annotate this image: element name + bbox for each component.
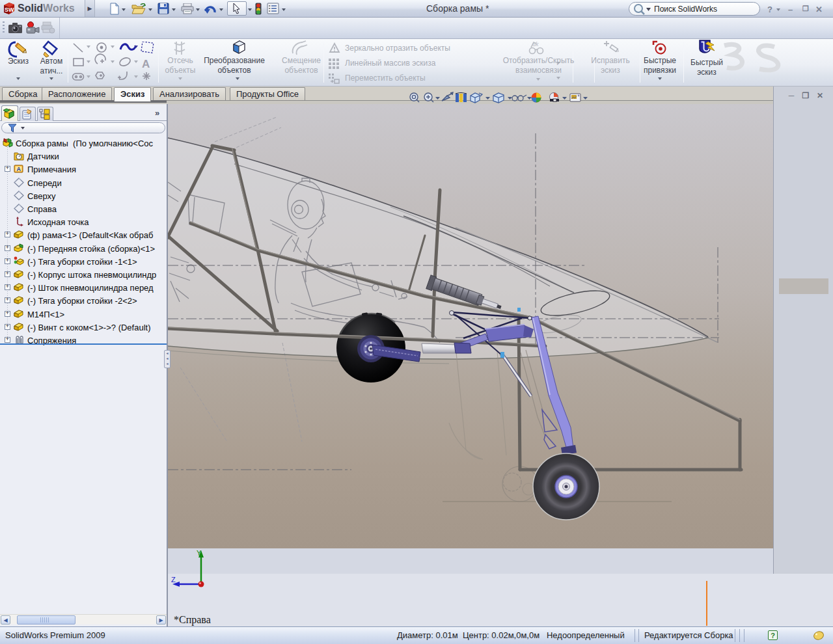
svg-text:A: A [17,166,21,172]
svg-text:Z: Z [171,576,176,584]
svg-text:Y: Y [197,549,202,557]
svg-text:6k: 6k [532,41,539,47]
